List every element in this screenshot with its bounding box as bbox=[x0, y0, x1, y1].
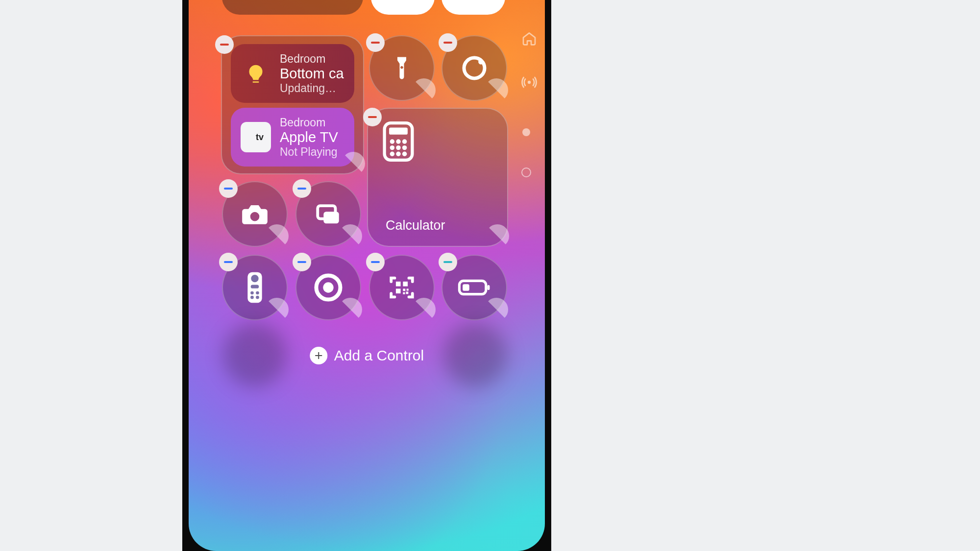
svg-rect-33 bbox=[297, 261, 306, 263]
svg-point-5 bbox=[478, 59, 484, 65]
svg-rect-38 bbox=[407, 288, 409, 290]
svg-rect-45 bbox=[443, 261, 452, 263]
plus-circle-icon bbox=[310, 347, 327, 364]
svg-point-28 bbox=[250, 296, 254, 299]
svg-rect-8 bbox=[389, 128, 408, 135]
svg-point-12 bbox=[390, 145, 394, 150]
svg-rect-21 bbox=[323, 212, 339, 223]
decorative-blur bbox=[223, 323, 287, 387]
svg-rect-25 bbox=[251, 285, 259, 288]
svg-rect-19 bbox=[224, 188, 233, 190]
resize-handle[interactable] bbox=[342, 152, 365, 175]
connectivity-icon[interactable] bbox=[519, 72, 539, 92]
svg-rect-37 bbox=[403, 288, 405, 291]
calculator-control[interactable]: Calculator bbox=[367, 108, 508, 247]
camera-control[interactable] bbox=[222, 181, 288, 247]
remove-badge[interactable] bbox=[366, 33, 385, 52]
flashlight-control[interactable] bbox=[369, 35, 435, 101]
volume-slider-peek[interactable] bbox=[441, 0, 505, 15]
resize-handle[interactable] bbox=[265, 224, 289, 248]
svg-point-32 bbox=[323, 282, 333, 292]
svg-rect-36 bbox=[396, 288, 401, 293]
add-control-label: Add a Control bbox=[334, 347, 424, 364]
remove-badge[interactable] bbox=[439, 253, 457, 271]
remove-badge[interactable] bbox=[439, 33, 457, 52]
svg-point-29 bbox=[256, 296, 259, 299]
svg-rect-40 bbox=[406, 291, 408, 294]
svg-point-27 bbox=[256, 291, 259, 295]
home-row2-name: Apple TV bbox=[280, 129, 338, 145]
svg-rect-43 bbox=[487, 285, 490, 290]
resize-handle[interactable] bbox=[485, 78, 508, 102]
svg-point-26 bbox=[250, 291, 254, 295]
svg-rect-44 bbox=[463, 284, 469, 291]
bulb-icon bbox=[241, 58, 271, 89]
svg-rect-3 bbox=[371, 42, 380, 44]
page-dot-outline[interactable] bbox=[516, 163, 536, 182]
svg-rect-41 bbox=[371, 261, 380, 263]
svg-rect-2 bbox=[220, 44, 229, 46]
home-row2-status: Not Playing bbox=[280, 145, 338, 159]
low-power-control[interactable] bbox=[441, 255, 507, 320]
svg-point-10 bbox=[396, 139, 400, 144]
remove-badge[interactable] bbox=[366, 253, 385, 271]
add-control-button[interactable]: Add a Control bbox=[310, 347, 424, 364]
svg-point-11 bbox=[402, 139, 407, 144]
home-row-appletv[interactable]: tv Bedroom Apple TV Not Playing bbox=[231, 108, 354, 167]
resize-handle[interactable] bbox=[486, 224, 509, 248]
home-row2-room: Bedroom bbox=[280, 116, 338, 129]
control-center-screen: Bedroom Bottom cand Updating… tv Bedroom… bbox=[189, 0, 545, 551]
remove-badge[interactable] bbox=[293, 179, 311, 198]
home-row-room: Bedroom bbox=[280, 52, 344, 66]
svg-point-9 bbox=[390, 139, 394, 144]
decorative-blur bbox=[443, 323, 507, 387]
phone-frame: Bedroom Bottom cand Updating… tv Bedroom… bbox=[182, 0, 551, 551]
resize-handle[interactable] bbox=[265, 298, 289, 321]
remove-badge[interactable] bbox=[293, 253, 311, 271]
svg-point-15 bbox=[390, 152, 394, 156]
timer-control[interactable] bbox=[441, 35, 507, 101]
svg-point-24 bbox=[251, 275, 258, 282]
svg-point-13 bbox=[396, 145, 400, 150]
svg-rect-6 bbox=[443, 42, 452, 44]
remote-control[interactable] bbox=[222, 255, 288, 320]
remove-badge[interactable] bbox=[215, 35, 234, 54]
svg-point-17 bbox=[402, 152, 407, 156]
svg-point-0 bbox=[528, 81, 531, 84]
screen-record-control[interactable] bbox=[295, 255, 361, 320]
page-dot-filled[interactable] bbox=[516, 122, 536, 142]
remove-badge[interactable] bbox=[219, 179, 238, 198]
resize-handle[interactable] bbox=[412, 298, 436, 321]
home-icon[interactable] bbox=[519, 28, 539, 48]
resize-handle[interactable] bbox=[412, 78, 436, 102]
calculator-icon bbox=[383, 121, 414, 164]
svg-rect-35 bbox=[403, 282, 408, 287]
remove-badge[interactable] bbox=[363, 108, 382, 126]
home-row-light[interactable]: Bedroom Bottom cand Updating… bbox=[231, 44, 354, 103]
brightness-slider-peek[interactable] bbox=[371, 0, 435, 15]
svg-rect-39 bbox=[403, 292, 405, 294]
home-widget[interactable]: Bedroom Bottom cand Updating… tv Bedroom… bbox=[221, 35, 364, 174]
svg-rect-18 bbox=[368, 116, 377, 118]
resize-handle[interactable] bbox=[339, 224, 362, 248]
svg-rect-22 bbox=[297, 188, 306, 190]
resize-handle[interactable] bbox=[339, 298, 362, 321]
calculator-label: Calculator bbox=[386, 218, 445, 233]
appletv-icon: tv bbox=[241, 122, 271, 152]
svg-rect-34 bbox=[396, 282, 401, 287]
svg-text:tv: tv bbox=[256, 132, 264, 142]
home-row-status: Updating… bbox=[280, 82, 344, 95]
resize-handle[interactable] bbox=[485, 298, 508, 321]
svg-point-14 bbox=[402, 145, 407, 150]
screen-mirroring-control[interactable] bbox=[295, 181, 361, 247]
home-row-name: Bottom cand bbox=[280, 66, 344, 82]
svg-rect-30 bbox=[224, 261, 233, 263]
remove-badge[interactable] bbox=[219, 253, 238, 271]
music-widget-peek[interactable] bbox=[222, 0, 363, 15]
svg-point-16 bbox=[396, 152, 400, 156]
qr-scan-control[interactable] bbox=[369, 255, 435, 320]
